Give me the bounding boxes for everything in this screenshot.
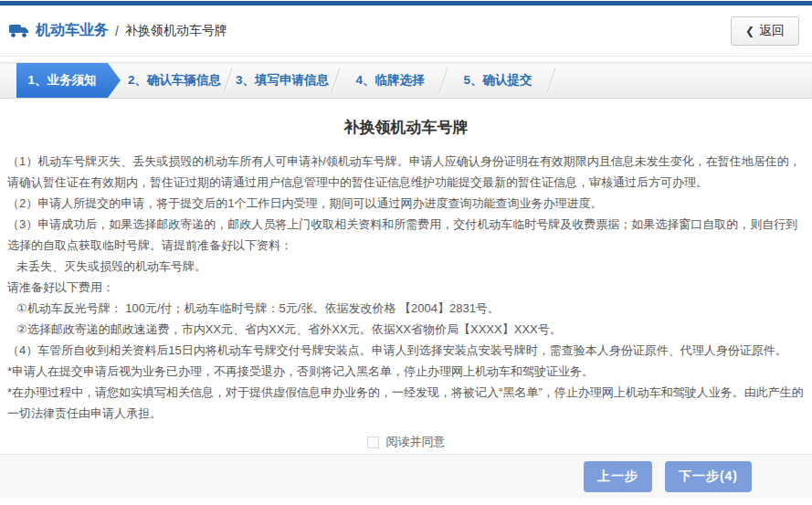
agree-label[interactable]: 阅读并同意 bbox=[386, 434, 446, 450]
chevron-left-icon: ❮ bbox=[745, 25, 754, 37]
notice-paragraph: （2）申请人所提交的申请，将于提交后的1个工作日内受理，期间可以通过网办进度查询… bbox=[7, 193, 805, 214]
notice-content: 补换领机动车号牌 （1）机动车号牌灭失、丢失或损毁的机动车所有人可申请补/领机动… bbox=[0, 99, 812, 453]
breadcrumb-separator: / bbox=[115, 24, 119, 38]
notice-paragraph: （4）车管所自收到相关资料后15日内将机动车号牌交付号牌安装点。申请人到选择安装… bbox=[7, 340, 805, 361]
notice-paragraph: （1）机动车号牌灭失、丢失或损毁的机动车所有人可申请补/领机动车号牌。申请人应确… bbox=[7, 151, 805, 193]
notice-paragraph: *申请人在提交申请后视为业务已办理，不再接受退办，否则将记入黑名单，停止办理网上… bbox=[7, 361, 805, 382]
prev-step-button[interactable]: 上一步 bbox=[584, 461, 652, 492]
step-3-fill-application-info[interactable]: 3、填写申请信息 bbox=[228, 63, 336, 98]
step-label: 4、临牌选择 bbox=[355, 72, 424, 89]
header: 机动车业务 / 补换领机动车号牌 ❮ 返回 bbox=[0, 5, 812, 57]
truck-icon bbox=[9, 24, 29, 38]
notice-paragraph: *在办理过程中，请您如实填写相关信息，对于提供虚假信息申办业务的，一经发现，将被… bbox=[7, 382, 805, 424]
notice-paragraph: ②选择邮政寄递的邮政速递费，市内XX元、省内XX元、省外XX元。依据XX省物价局… bbox=[7, 319, 805, 340]
step-label: 3、填写申请信息 bbox=[236, 72, 329, 89]
step-label: 2、确认车辆信息 bbox=[128, 72, 221, 89]
step-4-temporary-plate-choice[interactable]: 4、临牌选择 bbox=[336, 63, 444, 98]
agree-checkbox[interactable] bbox=[367, 437, 379, 448]
step-label: 5、确认提交 bbox=[463, 72, 532, 89]
notice-paragraph: 未丢失、灭失或损毁的机动车号牌。 bbox=[7, 256, 805, 277]
footer-action-bar: 上一步 下一步(4) bbox=[0, 454, 812, 498]
notice-paragraph: （3）申请成功后，如果选择邮政寄递的，邮政人员将上门收取相关资料和所需费用，交付… bbox=[7, 214, 805, 256]
agreement-row: 阅读并同意 bbox=[7, 431, 805, 453]
back-button[interactable]: ❮ 返回 bbox=[731, 16, 799, 46]
notice-paragraph: ①机动车反光号牌： 100元/付；机动车临时号牌：5元/张。依据发改价格 【20… bbox=[7, 298, 805, 319]
step-wizard: 1、业务须知 2、确认车辆信息 3、填写申请信息 4、临牌选择 5、确认提交 bbox=[0, 62, 812, 99]
step-2-confirm-vehicle-info[interactable]: 2、确认车辆信息 bbox=[121, 63, 228, 98]
breadcrumb-page: 补换领机动车号牌 bbox=[125, 23, 227, 39]
page: 机动车业务 / 补换领机动车号牌 ❮ 返回 1、业务须知 2、确认车辆信息 3、… bbox=[0, 0, 812, 505]
next-step-button[interactable]: 下一步(4) bbox=[665, 461, 752, 492]
page-title: 补换领机动车号牌 bbox=[7, 117, 805, 138]
step-5-confirm-submit[interactable]: 5、确认提交 bbox=[444, 63, 552, 98]
step-label: 1、业务须知 bbox=[27, 72, 96, 89]
notice-paragraph: 请准备好以下费用： bbox=[7, 277, 805, 298]
breadcrumb: 机动车业务 / 补换领机动车号牌 bbox=[9, 21, 227, 40]
step-1-business-notice[interactable]: 1、业务须知 bbox=[16, 63, 121, 98]
breadcrumb-section[interactable]: 机动车业务 bbox=[36, 21, 109, 40]
back-button-label: 返回 bbox=[759, 23, 785, 39]
